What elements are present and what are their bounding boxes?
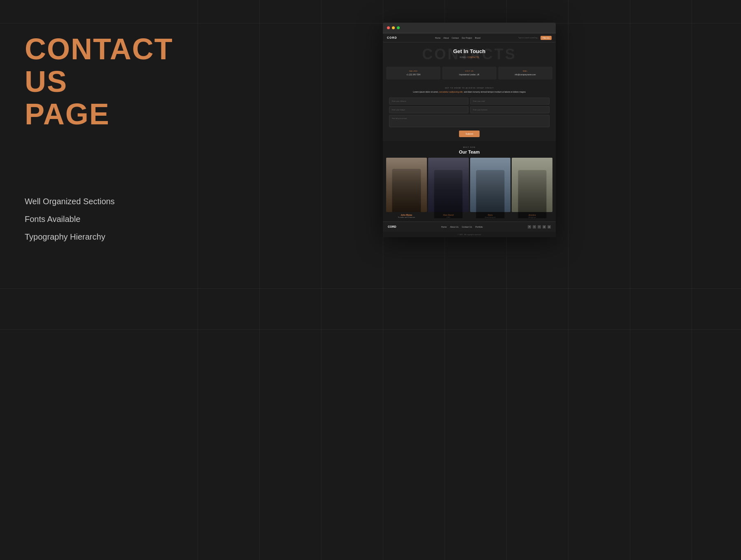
person-figure-1 <box>392 169 421 212</box>
hero-section: CONTACTS Get In Touch HOME / CONTACTS <box>383 42 556 63</box>
browser-preview: CORD Home About Contact Our Project Bran… <box>383 23 556 237</box>
team-photo-4 <box>512 158 552 212</box>
contact-card-calling: Calling +1 (22) 345 7394 <box>386 67 440 79</box>
contact-form-section: GET TO KNOW TO ACHIEVE GREAT CREDIT Lore… <box>383 83 556 141</box>
form-field-business[interactable]: Enter your business <box>470 106 550 113</box>
team-photo-3 <box>470 158 511 212</box>
nav-cta-button[interactable]: Hire Us <box>541 36 552 40</box>
contact-card-visit: Visit Us Inspirational London, UK <box>442 67 496 79</box>
footer: CORD Home About Us Contact Us Portfolio … <box>383 222 556 232</box>
contact-card-mail-label: Mail <box>501 70 550 72</box>
team-title: Our Team <box>386 149 552 154</box>
breadcrumb-current: CONTACTS <box>468 56 479 58</box>
form-field-budget[interactable]: Enter your budget <box>389 106 468 113</box>
form-field-email[interactable]: Enter your email <box>470 98 550 105</box>
team-photo-2 <box>428 158 469 212</box>
team-member-4: Jessica #lifstyle.pc <box>512 158 552 218</box>
team-member-2: Alan David CEO <box>428 158 469 218</box>
browser-dot-red <box>387 26 390 29</box>
nav-link-projects: Our Project <box>461 37 472 39</box>
footer-nav: Home About Us Contact Us Portfolio <box>441 226 483 228</box>
team-sub-label: Meet Now <box>386 146 552 148</box>
footer-social: f t i p y <box>528 225 551 229</box>
social-icon-instagram[interactable]: i <box>538 225 541 229</box>
social-icon-youtube[interactable]: y <box>548 225 551 229</box>
form-field-name[interactable]: Enter your fullname <box>389 98 468 105</box>
nav-search-area: Type to search something... Hire Us <box>518 36 552 40</box>
nav-link-brand: Brand <box>475 37 480 39</box>
feature-item-1: Well Organized Sections <box>25 197 173 206</box>
footer-nav-portfolio: Portfolio <box>475 226 482 228</box>
contact-card-mail: Mail info@companyname.com <box>498 67 552 79</box>
nav-links: Home About Contact Our Project Brand <box>435 37 480 39</box>
contact-cards: Calling +1 (22) 345 7394 Visit Us Inspir… <box>383 63 556 83</box>
team-grid: John Blaise Founder and Chairman Alan Da… <box>386 158 552 218</box>
submit-button[interactable]: Submit <box>459 131 480 137</box>
footer-nav-about: About Us <box>450 226 459 228</box>
contact-card-mail-value: info@companyname.com <box>501 74 550 76</box>
form-field-message[interactable]: How did you contact <box>389 115 550 127</box>
contact-form: Enter your fullname Enter your email Ent… <box>389 98 550 137</box>
team-photo-1 <box>386 158 427 212</box>
left-panel: CONTACT US PAGE Well Organized Sections … <box>0 0 198 560</box>
contact-card-visit-value: Inspirational London, UK <box>445 74 494 76</box>
feature-item-2: Fonts Available <box>25 215 173 224</box>
contact-card-visit-label: Visit Us <box>445 70 494 72</box>
features-list: Well Organized Sections Fonts Available … <box>25 197 173 242</box>
nav-link-home: Home <box>435 37 440 39</box>
breadcrumb-home: HOME <box>460 56 466 58</box>
form-submit-row: Submit <box>389 131 550 137</box>
footer-copyright: © 2025 - All copyrights reserved <box>383 232 556 237</box>
browser-dot-yellow <box>392 26 395 29</box>
person-figure-3 <box>476 170 504 212</box>
contact-card-calling-value: +1 (22) 345 7394 <box>389 74 438 76</box>
contact-card-calling-label: Calling <box>389 70 438 72</box>
footer-nav-home: Home <box>441 226 447 228</box>
browser-dot-green <box>397 26 400 29</box>
team-member-3: Dora Head Designer <box>470 158 511 218</box>
breadcrumb: HOME / CONTACTS <box>387 56 552 58</box>
person-figure-2 <box>434 170 463 212</box>
team-section: Meet Now Our Team John Blaise Founder an… <box>383 141 556 222</box>
nav-logo: CORD <box>387 36 397 39</box>
social-icon-facebook[interactable]: f <box>528 225 531 229</box>
form-section-sub: GET TO KNOW TO ACHIEVE GREAT CREDIT <box>389 87 550 89</box>
hero-title: Get In Touch <box>387 48 552 54</box>
social-icon-twitter[interactable]: t <box>533 225 536 229</box>
nav-link-contact: Contact <box>452 37 459 39</box>
nav-link-about: About <box>443 37 449 39</box>
feature-item-3: Typography Hierarchy <box>25 232 173 242</box>
team-member-1: John Blaise Founder and Chairman <box>386 158 427 218</box>
main-title: CONTACT US PAGE <box>25 33 173 131</box>
member-role-1: Founder and Chairman <box>386 216 427 218</box>
form-body-text: Lorem ipsum dolor sit amet, consetetur s… <box>389 90 550 93</box>
right-panel: CORD Home About Contact Our Project Bran… <box>198 0 741 560</box>
footer-logo: CORD <box>388 225 396 228</box>
person-figure-4 <box>518 170 546 212</box>
footer-nav-contact: Contact Us <box>462 226 472 228</box>
browser-chrome <box>383 23 556 33</box>
navbar: CORD Home About Contact Our Project Bran… <box>383 33 556 42</box>
nav-search-text: Type to search something... <box>518 37 538 39</box>
social-icon-pinterest[interactable]: p <box>543 225 546 229</box>
